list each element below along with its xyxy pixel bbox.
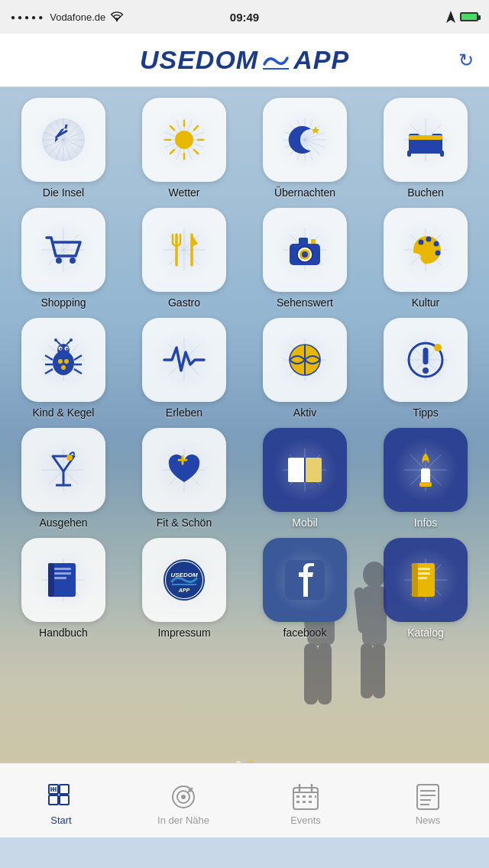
grid-item-infos[interactable]: Infos (372, 428, 479, 529)
tab-start[interactable]: Start (0, 776, 122, 826)
svg-line-39 (194, 150, 198, 154)
erleben-label: Erleben (166, 406, 202, 419)
grid-icon (47, 783, 75, 811)
svg-rect-14 (373, 643, 385, 698)
tab-in-der-naehe[interactable]: In der Nähe (122, 776, 244, 826)
svg-rect-83 (299, 238, 308, 245)
erleben-icon (161, 337, 207, 383)
logo-app: APP (293, 45, 349, 75)
grid-item-kind-kegel[interactable]: Kind & Kegel (10, 318, 117, 419)
tab-news-label: News (416, 815, 441, 826)
kind-kegel-icon (40, 337, 86, 383)
svg-point-92 (436, 251, 441, 256)
ausgehen-icon (40, 447, 86, 493)
svg-rect-180 (412, 563, 418, 597)
shopping-icon (40, 227, 86, 273)
header: USEDOM APP ↻ (0, 34, 489, 87)
sehenswert-icon (282, 227, 328, 273)
grid-item-shopping[interactable]: Shopping (10, 208, 117, 309)
grid-item-fit-schoen[interactable]: Fit & Schön (131, 428, 238, 529)
svg-rect-58 (409, 135, 442, 140)
grid-item-kultur[interactable]: Kultur (372, 208, 479, 309)
katalog-label: Katalog (407, 627, 443, 639)
svg-point-66 (70, 257, 76, 264)
svg-rect-152 (305, 458, 322, 482)
svg-rect-84 (311, 239, 316, 244)
grid-item-facebook[interactable]: facebook (251, 538, 358, 639)
gastro-label: Gastro (168, 296, 200, 309)
wetter-icon (161, 117, 207, 163)
grid-item-katalog[interactable]: Katalog (372, 538, 479, 639)
uebernachten-label: Übernachten (274, 186, 335, 199)
buchen-label: Buchen (407, 186, 443, 199)
grid-item-gastro[interactable]: Gastro (131, 208, 238, 309)
app-grid: Die Insel (0, 87, 489, 649)
svg-rect-181 (418, 568, 430, 570)
svg-point-102 (66, 348, 67, 349)
grid-item-erleben[interactable]: Erleben (131, 318, 238, 419)
refresh-button[interactable]: ↻ (458, 50, 474, 71)
tipps-icon (403, 337, 449, 383)
svg-rect-208 (417, 785, 439, 809)
facebook-icon (282, 557, 328, 603)
island-icon (40, 117, 86, 163)
svg-marker-50 (312, 126, 320, 134)
grid-item-handbuch[interactable]: Handbuch (10, 538, 117, 639)
tab-in-der-naehe-label: In der Nähe (157, 815, 209, 826)
location-icon (446, 11, 455, 23)
grid-item-wetter[interactable]: Wetter (131, 98, 238, 199)
grid-item-buchen[interactable]: Buchen (372, 98, 479, 199)
tab-start-label: Start (50, 815, 71, 826)
svg-marker-1 (446, 11, 455, 23)
svg-rect-167 (54, 572, 71, 575)
tab-events-label: Events (290, 815, 321, 826)
svg-point-115 (61, 365, 66, 370)
svg-line-40 (194, 126, 198, 130)
svg-line-41 (170, 150, 174, 154)
svg-rect-7 (304, 643, 318, 704)
tab-news[interactable]: News (367, 776, 489, 826)
svg-rect-59 (407, 151, 411, 157)
status-right (446, 11, 478, 23)
svg-rect-202 (303, 795, 306, 798)
svg-point-132 (423, 368, 429, 374)
svg-point-98 (57, 344, 70, 356)
grid-item-aktiv[interactable]: Aktiv (251, 318, 358, 419)
svg-rect-166 (54, 568, 71, 570)
grid-item-impressum[interactable]: USEDOM APP Impressum (131, 538, 238, 639)
svg-point-89 (419, 240, 424, 245)
svg-rect-203 (309, 795, 312, 798)
grid-item-ausgehen[interactable]: Ausgehen (10, 428, 117, 529)
grid-item-uebernachten[interactable]: Übernachten (251, 98, 358, 199)
svg-rect-13 (361, 643, 373, 698)
grid-item-tipps[interactable]: Tipps (372, 318, 479, 419)
svg-rect-8 (318, 643, 332, 704)
svg-rect-185 (60, 785, 69, 794)
fit-schoen-icon (161, 447, 207, 493)
infos-icon (403, 447, 449, 493)
battery-icon (460, 12, 478, 21)
infos-label: Infos (414, 517, 437, 529)
logo-wave-icon (261, 47, 290, 73)
ausgehen-label: Ausgehen (39, 517, 87, 529)
facebook-label: facebook (283, 627, 327, 639)
svg-line-110 (74, 355, 82, 360)
status-left: ●●●●● Vodafone.de (11, 11, 124, 23)
svg-point-105 (54, 338, 57, 342)
svg-rect-182 (418, 572, 430, 575)
sehenswert-label: Sehenswert (277, 296, 333, 309)
svg-point-33 (175, 131, 193, 149)
grid-item-mobil[interactable]: Mobil (251, 428, 358, 529)
svg-point-82 (302, 251, 308, 257)
tab-events[interactable]: Events (244, 776, 367, 826)
katalog-icon (403, 557, 449, 603)
svg-rect-186 (49, 795, 58, 805)
svg-point-65 (56, 257, 62, 264)
grid-item-sehenswert[interactable]: Sehenswert (251, 208, 358, 309)
handbuch-label: Handbuch (39, 627, 88, 639)
svg-line-38 (170, 126, 174, 130)
aktiv-label: Aktiv (293, 406, 316, 419)
grid-item-die-insel[interactable]: Die Insel (10, 98, 117, 199)
mobil-icon (282, 447, 328, 493)
wifi-icon (110, 11, 124, 22)
